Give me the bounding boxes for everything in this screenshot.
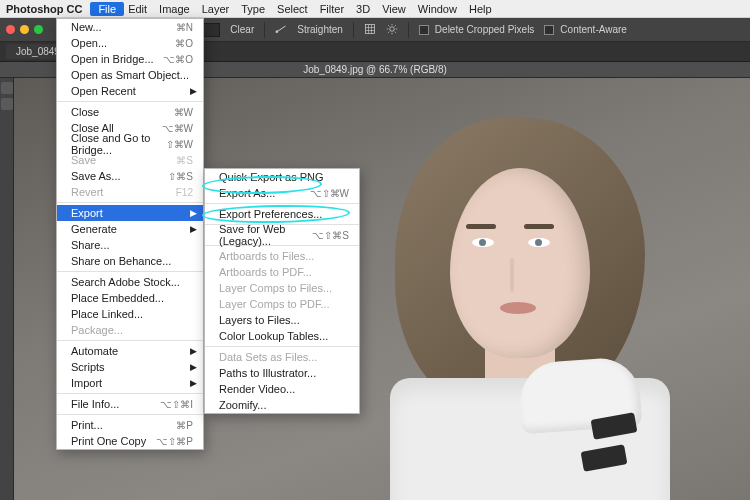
menu-item-shortcut: ⌘W xyxy=(174,107,193,118)
menu-view[interactable]: View xyxy=(382,3,406,15)
straighten-button[interactable]: Straighten xyxy=(297,24,343,35)
menu-item-shortcut: ⌘S xyxy=(176,155,193,166)
close-window-button[interactable] xyxy=(6,25,15,34)
zoom-window-button[interactable] xyxy=(34,25,43,34)
file-menu-item[interactable]: Search Adobe Stock... xyxy=(57,274,203,290)
file-menu-item[interactable]: Automate▶ xyxy=(57,343,203,359)
menu-filter[interactable]: Filter xyxy=(320,3,344,15)
file-menu-item[interactable]: New...⌘N xyxy=(57,19,203,35)
image-region xyxy=(500,302,536,314)
menu-item-label: Automate xyxy=(71,345,118,357)
submenu-arrow-icon: ▶ xyxy=(190,224,197,234)
settings-gear-icon[interactable] xyxy=(386,23,398,37)
file-menu-item[interactable]: Close and Go to Bridge...⇧⌘W xyxy=(57,136,203,152)
menu-item-label: Print One Copy xyxy=(71,435,146,447)
file-menu-item[interactable]: Place Embedded... xyxy=(57,290,203,306)
menu-item-label: Save xyxy=(71,154,96,166)
file-menu-item[interactable]: Share... xyxy=(57,237,203,253)
menu-select[interactable]: Select xyxy=(277,3,308,15)
file-menu-item: Save⌘S xyxy=(57,152,203,168)
file-menu-item[interactable]: Import▶ xyxy=(57,375,203,391)
export-menu-item[interactable]: Zoomify... xyxy=(205,397,359,413)
straighten-icon[interactable] xyxy=(275,23,287,37)
menu-separator xyxy=(57,393,203,394)
file-menu-item[interactable]: Place Linked... xyxy=(57,306,203,322)
menu-separator xyxy=(57,414,203,415)
grid-overlay-icon[interactable] xyxy=(364,23,376,37)
file-menu-item[interactable]: Open in Bridge...⌥⌘O xyxy=(57,51,203,67)
content-aware-checkbox[interactable]: Content-Aware xyxy=(544,24,627,35)
menu-item-label: Save for Web (Legacy)... xyxy=(219,223,312,247)
menu-item-label: Close xyxy=(71,106,99,118)
menu-3d[interactable]: 3D xyxy=(356,3,370,15)
menu-item-shortcut: ⌘N xyxy=(176,22,193,33)
menu-item-label: Layers to Files... xyxy=(219,314,300,326)
checkbox-icon xyxy=(544,25,554,35)
menu-item-label: Revert xyxy=(71,186,103,198)
file-menu-item[interactable]: Scripts▶ xyxy=(57,359,203,375)
minimize-window-button[interactable] xyxy=(20,25,29,34)
export-menu-item[interactable]: Paths to Illustrator... xyxy=(205,365,359,381)
image-region xyxy=(528,238,550,247)
export-menu-item[interactable]: Quick Export as PNG xyxy=(205,169,359,185)
menu-item-label: Export As... xyxy=(219,187,275,199)
menu-item-label: Print... xyxy=(71,419,103,431)
delete-cropped-checkbox[interactable]: Delete Cropped Pixels xyxy=(419,24,535,35)
menu-image[interactable]: Image xyxy=(159,3,190,15)
file-menu-item[interactable]: Open Recent▶ xyxy=(57,83,203,99)
file-menu-item[interactable]: Open as Smart Object... xyxy=(57,67,203,83)
menu-type[interactable]: Type xyxy=(241,3,265,15)
export-menu-item[interactable]: Export Preferences... xyxy=(205,206,359,222)
separator xyxy=(353,22,354,38)
export-menu-item[interactable]: Save for Web (Legacy)...⌥⇧⌘S xyxy=(205,227,359,243)
export-menu-item: Layer Comps to Files... xyxy=(205,280,359,296)
submenu-arrow-icon: ▶ xyxy=(190,208,197,218)
menu-item-label: File Info... xyxy=(71,398,119,410)
svg-rect-0 xyxy=(276,30,278,32)
clear-button[interactable]: Clear xyxy=(230,24,254,35)
menu-layer[interactable]: Layer xyxy=(202,3,230,15)
content-aware-label: Content-Aware xyxy=(560,24,627,35)
menu-help[interactable]: Help xyxy=(469,3,492,15)
menu-item-label: Open in Bridge... xyxy=(71,53,154,65)
menu-item-label: Search Adobe Stock... xyxy=(71,276,180,288)
svg-point-2 xyxy=(390,26,395,31)
export-menu-item[interactable]: Color Lookup Tables... xyxy=(205,328,359,344)
export-menu-item[interactable]: Render Video... xyxy=(205,381,359,397)
menu-window[interactable]: Window xyxy=(418,3,457,15)
tool-slot[interactable] xyxy=(1,98,13,110)
file-menu-item[interactable]: Close⌘W xyxy=(57,104,203,120)
file-menu-item[interactable]: Open...⌘O xyxy=(57,35,203,51)
file-menu-item[interactable]: Generate▶ xyxy=(57,221,203,237)
submenu-arrow-icon: ▶ xyxy=(190,362,197,372)
tool-slot[interactable] xyxy=(1,82,13,94)
menu-edit[interactable]: Edit xyxy=(128,3,147,15)
menu-item-label: Export Preferences... xyxy=(219,208,322,220)
menu-file[interactable]: File xyxy=(90,2,124,16)
menu-item-label: Save As... xyxy=(71,170,121,182)
file-menu-item[interactable]: Save As...⇧⌘S xyxy=(57,168,203,184)
menu-item-label: New... xyxy=(71,21,102,33)
menu-item-shortcut: F12 xyxy=(176,187,193,198)
menu-item-label: Zoomify... xyxy=(219,399,266,411)
menu-item-shortcut: ⌥⌘W xyxy=(162,123,193,134)
export-menu-item[interactable]: Layers to Files... xyxy=(205,312,359,328)
file-menu-item[interactable]: Print...⌘P xyxy=(57,417,203,433)
file-menu-item[interactable]: File Info...⌥⇧⌘I xyxy=(57,396,203,412)
file-menu-item[interactable]: Share on Behance... xyxy=(57,253,203,269)
image-region xyxy=(591,412,638,439)
file-menu-item[interactable]: Export▶ xyxy=(57,205,203,221)
menu-item-label: Place Linked... xyxy=(71,308,143,320)
export-submenu: Quick Export as PNGExport As...⌥⇧⌘WExpor… xyxy=(204,168,360,414)
menu-item-shortcut: ⌥⇧⌘W xyxy=(310,188,349,199)
file-menu-item: Package... xyxy=(57,322,203,338)
export-menu-item[interactable]: Export As...⌥⇧⌘W xyxy=(205,185,359,201)
export-menu-item: Data Sets as Files... xyxy=(205,349,359,365)
menu-item-label: Quick Export as PNG xyxy=(219,171,324,183)
menu-item-label: Artboards to PDF... xyxy=(219,266,312,278)
file-menu-item[interactable]: Print One Copy⌥⇧⌘P xyxy=(57,433,203,449)
image-region xyxy=(524,224,554,229)
submenu-arrow-icon: ▶ xyxy=(190,86,197,96)
menu-item-label: Generate xyxy=(71,223,117,235)
menu-item-label: Import xyxy=(71,377,102,389)
